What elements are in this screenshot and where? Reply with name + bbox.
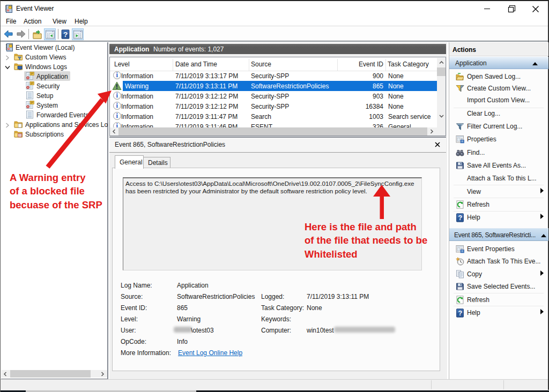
- svg-text:?: ?: [63, 31, 68, 39]
- svg-text:?: ?: [458, 214, 462, 222]
- svg-text:?: ?: [458, 310, 462, 317]
